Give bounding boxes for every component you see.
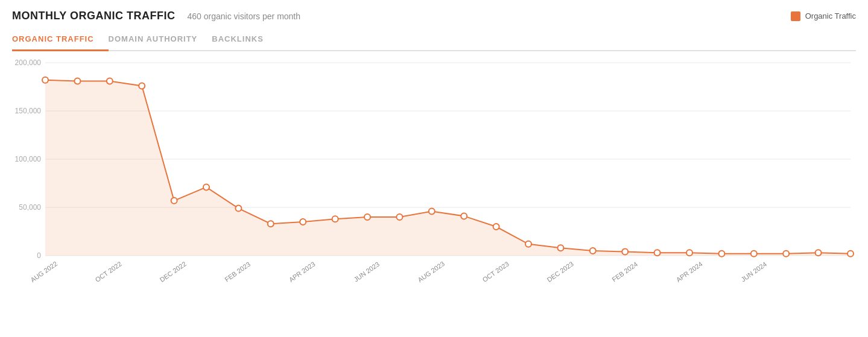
svg-text:OCT 2023: OCT 2023 <box>481 260 510 283</box>
svg-text:0: 0 <box>37 251 41 260</box>
svg-text:100,000: 100,000 <box>15 155 42 163</box>
svg-marker-22 <box>45 80 851 256</box>
svg-point-47 <box>816 250 822 256</box>
svg-point-27 <box>171 198 177 204</box>
tab-organic-traffic[interactable]: ORGANIC TRAFFIC <box>12 27 109 51</box>
svg-point-46 <box>783 251 789 257</box>
svg-point-31 <box>300 219 306 225</box>
tab-backlinks[interactable]: BACKLINKS <box>212 27 278 51</box>
svg-point-43 <box>686 250 692 256</box>
svg-point-45 <box>751 251 757 257</box>
tab-bar: ORGANIC TRAFFIC DOMAIN AUTHORITY BACKLIN… <box>12 27 856 51</box>
svg-point-23 <box>42 77 48 83</box>
svg-text:JUN 2023: JUN 2023 <box>352 260 381 283</box>
svg-point-42 <box>654 250 661 256</box>
svg-point-44 <box>718 251 724 257</box>
svg-point-28 <box>203 184 209 190</box>
svg-point-36 <box>461 213 467 219</box>
svg-point-40 <box>590 248 596 254</box>
svg-text:AUG 2023: AUG 2023 <box>416 260 446 283</box>
svg-point-48 <box>847 251 854 257</box>
line-chart: 200,000 150,000 100,000 50,000 0 AUG 202… <box>12 54 856 289</box>
svg-point-24 <box>74 78 80 84</box>
svg-text:AUG 2022: AUG 2022 <box>29 260 59 283</box>
svg-point-35 <box>429 208 435 214</box>
svg-text:FEB 2023: FEB 2023 <box>223 260 252 283</box>
svg-point-33 <box>364 214 370 220</box>
page-title: MONTHLY ORGANIC TRAFFIC <box>12 10 176 22</box>
svg-point-38 <box>525 241 531 247</box>
svg-point-41 <box>622 249 628 255</box>
tab-domain-authority[interactable]: DOMAIN AUTHORITY <box>109 27 212 51</box>
svg-point-34 <box>396 214 402 220</box>
svg-text:JUN 2024: JUN 2024 <box>740 260 768 283</box>
svg-text:150,000: 150,000 <box>15 107 42 115</box>
header: MONTHLY ORGANIC TRAFFIC 460 organic visi… <box>12 10 856 22</box>
svg-text:DEC 2023: DEC 2023 <box>545 260 574 283</box>
svg-text:APR 2023: APR 2023 <box>288 260 317 283</box>
subtitle: 460 organic visitors per month <box>188 11 301 21</box>
dashboard-container: MONTHLY ORGANIC TRAFFIC 460 organic visi… <box>0 0 868 337</box>
svg-text:FEB 2024: FEB 2024 <box>610 260 639 283</box>
chart-area: 200,000 150,000 100,000 50,000 0 AUG 202… <box>12 54 856 289</box>
legend: Organic Traffic <box>791 11 856 21</box>
svg-text:DEC 2022: DEC 2022 <box>158 260 187 283</box>
svg-point-32 <box>332 216 338 222</box>
svg-text:50,000: 50,000 <box>19 203 41 212</box>
svg-point-26 <box>139 83 145 89</box>
svg-point-30 <box>268 221 274 227</box>
svg-point-25 <box>107 78 113 84</box>
svg-text:200,000: 200,000 <box>15 58 42 67</box>
legend-color-box <box>791 11 800 21</box>
svg-point-39 <box>557 245 563 251</box>
svg-point-37 <box>493 224 499 230</box>
svg-text:OCT 2022: OCT 2022 <box>94 260 123 283</box>
legend-label: Organic Traffic <box>805 11 856 20</box>
svg-text:APR 2024: APR 2024 <box>675 260 704 283</box>
svg-point-29 <box>235 206 241 212</box>
